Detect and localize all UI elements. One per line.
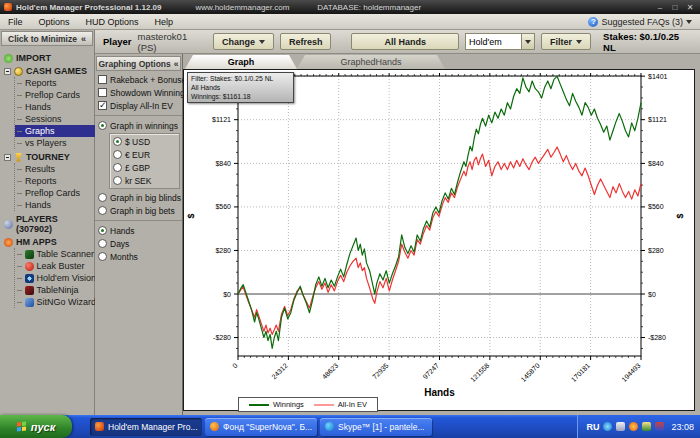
sidebar-item-sitngo-wizard[interactable]: SitNGo Wizard bbox=[15, 296, 94, 308]
change-player-button[interactable]: Change bbox=[213, 33, 274, 50]
tab-graph[interactable]: Graph bbox=[185, 55, 297, 69]
radio-icon[interactable] bbox=[113, 176, 122, 185]
radio-selected-icon[interactable] bbox=[113, 137, 122, 146]
sidebar-section-import[interactable]: IMPORT bbox=[4, 53, 94, 63]
graph-pane: Graph GraphedHands -$280-$280$0$0$280$28… bbox=[183, 54, 700, 415]
app-logo-icon bbox=[4, 3, 12, 11]
sidebar-item-cash-hands[interactable]: Hands bbox=[15, 101, 94, 113]
sidebar-section-cash-games[interactable]: CASH GAMES bbox=[4, 66, 94, 76]
sidebar-item-tourney-hands[interactable]: Hands bbox=[15, 199, 94, 211]
checkbox-showdown-winnings[interactable]: Showdown Winnings bbox=[95, 86, 182, 99]
sidebar-item-cash-graphs[interactable]: Graphs bbox=[15, 125, 101, 137]
players-icon bbox=[4, 220, 13, 229]
radio-currency-usd[interactable]: $ USD bbox=[110, 135, 179, 148]
sidebar-section-players[interactable]: PLAYERS (307902) bbox=[4, 214, 94, 234]
svg-text:$280: $280 bbox=[215, 247, 231, 254]
refresh-button[interactable]: Refresh bbox=[280, 33, 332, 50]
language-indicator[interactable]: RU bbox=[586, 422, 599, 432]
sidebar-item-tourney-results[interactable]: Results bbox=[15, 163, 94, 175]
checkbox-icon[interactable] bbox=[98, 88, 107, 97]
radio-graph-in-winnings[interactable]: Graph in winnings bbox=[95, 119, 182, 132]
sidebar-item-leak-buster[interactable]: Leak Buster bbox=[15, 260, 94, 272]
menu-file[interactable]: File bbox=[0, 14, 31, 29]
radio-icon[interactable] bbox=[98, 193, 107, 202]
checkbox-rakeback-bonuses[interactable]: Rakeback + Bonuses bbox=[95, 73, 182, 86]
collapse-icon: « bbox=[174, 59, 179, 69]
firefox-icon bbox=[210, 422, 219, 431]
game-type-select[interactable]: Hold'em bbox=[465, 33, 535, 50]
skype-icon bbox=[325, 422, 334, 431]
checkbox-display-all-in-ev[interactable]: Display All-In EV bbox=[95, 99, 182, 112]
sidebar-item-cash-vs-players[interactable]: vs Players bbox=[15, 137, 94, 149]
radio-currency-gbp[interactable]: £ GBP bbox=[110, 161, 179, 174]
taskbar-clock[interactable]: 23:08 bbox=[671, 422, 694, 432]
tab-graphed-hands[interactable]: GraphedHands bbox=[297, 55, 445, 69]
import-icon bbox=[4, 54, 13, 63]
collapse-tree-icon[interactable] bbox=[4, 154, 11, 161]
sidebar-item-tourney-preflop-cards[interactable]: Preflop Cards bbox=[15, 187, 94, 199]
sidebar-minimize-button[interactable]: Click to Minimize « bbox=[1, 31, 93, 46]
radio-selected-icon[interactable] bbox=[98, 226, 107, 235]
taskbar-item-holdem-manager[interactable]: Hold'em Manager Pro... bbox=[90, 418, 202, 436]
radio-period-hands[interactable]: Hands bbox=[95, 224, 182, 237]
taskbar-item-firefox[interactable]: Фонд "SuperNova". Б... bbox=[205, 418, 317, 436]
radio-icon[interactable] bbox=[98, 239, 107, 248]
windows-logo-icon bbox=[17, 421, 27, 432]
sidebar-section-hm-apps[interactable]: HM APPS bbox=[4, 237, 94, 247]
taskbar: пуск Hold'em Manager Pro... Фонд "SuperN… bbox=[0, 415, 700, 438]
radio-graph-in-big-bets[interactable]: Graph in big bets bbox=[95, 204, 182, 217]
combo-dropdown-button[interactable] bbox=[521, 34, 534, 49]
svg-text:97247: 97247 bbox=[421, 362, 440, 381]
leak-buster-icon bbox=[25, 262, 34, 271]
all-hands-button[interactable]: All Hands bbox=[351, 33, 459, 50]
maximize-button[interactable]: □ bbox=[669, 3, 681, 12]
taskbar-item-skype[interactable]: Skype™ [1] - pantele... bbox=[320, 418, 432, 436]
tableninja-icon bbox=[25, 286, 34, 295]
sidebar-item-cash-reports[interactable]: Reports bbox=[15, 77, 94, 89]
tourney-label: TOURNEY bbox=[26, 152, 70, 162]
system-tray: RU 23:08 bbox=[577, 415, 700, 438]
minimize-button[interactable]: – bbox=[654, 3, 666, 12]
svg-text:24312: 24312 bbox=[270, 362, 289, 381]
start-button[interactable]: пуск bbox=[0, 415, 72, 438]
tray-firefox-icon[interactable] bbox=[629, 422, 638, 431]
chevron-down-icon bbox=[576, 40, 582, 44]
filter-button[interactable]: Filter bbox=[541, 33, 591, 50]
radio-selected-icon[interactable] bbox=[98, 121, 107, 130]
players-label: PLAYERS (307902) bbox=[16, 214, 94, 234]
svg-text:72935: 72935 bbox=[371, 362, 390, 381]
sidebar-item-holdem-vision[interactable]: Hold'em Vision bbox=[15, 272, 94, 284]
radio-graph-in-big-blinds[interactable]: Graph in big blinds bbox=[95, 191, 182, 204]
sidebar-item-tourney-reports[interactable]: Reports bbox=[15, 175, 94, 187]
tray-messenger-icon[interactable] bbox=[616, 422, 625, 431]
radio-period-days[interactable]: Days bbox=[95, 237, 182, 250]
checkbox-checked-icon[interactable] bbox=[98, 101, 107, 110]
radio-currency-eur[interactable]: € EUR bbox=[110, 148, 179, 161]
radio-currency-sek[interactable]: kr SEK bbox=[110, 174, 179, 187]
radio-period-months[interactable]: Months bbox=[95, 250, 182, 263]
checkbox-icon[interactable] bbox=[98, 75, 107, 84]
menu-help[interactable]: Help bbox=[147, 14, 182, 29]
radio-icon[interactable] bbox=[113, 150, 122, 159]
chart-legend: Winnings All-In EV bbox=[238, 397, 378, 412]
sidebar-item-cash-sessions[interactable]: Sessions bbox=[15, 113, 94, 125]
suggested-faqs[interactable]: Suggested FAQs (3) bbox=[588, 17, 700, 27]
menu-hud-options[interactable]: HUD Options bbox=[78, 14, 147, 29]
sidebar-item-table-scanner[interactable]: Table Scanner bbox=[15, 248, 94, 260]
graphing-options-header[interactable]: Graphing Options « bbox=[96, 56, 181, 71]
close-button[interactable]: ✕ bbox=[684, 3, 696, 12]
hm-apps-label: HM APPS bbox=[16, 237, 57, 247]
tray-update-icon[interactable] bbox=[642, 422, 651, 431]
sidebar-item-cash-preflop-cards[interactable]: Preflop Cards bbox=[15, 89, 94, 101]
radio-icon[interactable] bbox=[98, 252, 107, 261]
holdem-manager-icon bbox=[95, 422, 104, 431]
radio-icon[interactable] bbox=[113, 163, 122, 172]
chart-tooltip: Filter: Stakes: $0.1/0.25 NL All Hands W… bbox=[187, 72, 294, 103]
tray-network-icon[interactable] bbox=[655, 422, 664, 431]
tray-skype-icon[interactable] bbox=[603, 422, 612, 431]
sidebar-item-tableninja[interactable]: TableNinja bbox=[15, 284, 94, 296]
radio-icon[interactable] bbox=[98, 206, 107, 215]
sidebar-section-tourney[interactable]: TOURNEY bbox=[4, 152, 94, 162]
collapse-tree-icon[interactable] bbox=[4, 68, 11, 75]
menu-options[interactable]: Options bbox=[31, 14, 78, 29]
